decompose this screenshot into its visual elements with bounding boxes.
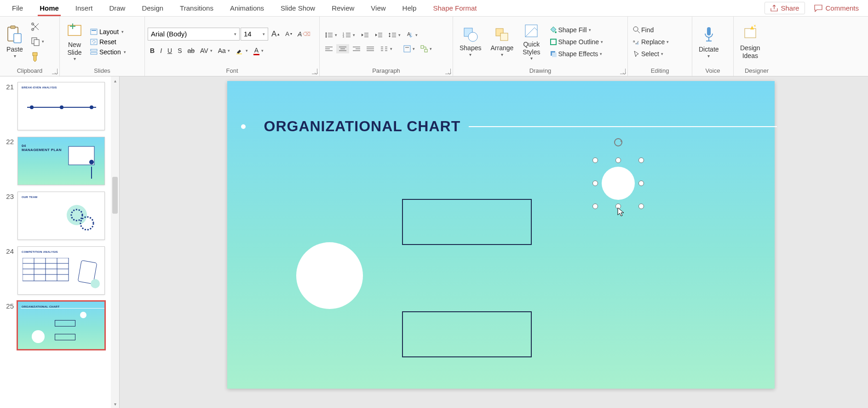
bullets-button[interactable]: ▾	[322, 30, 339, 40]
cut-button[interactable]	[29, 21, 46, 33]
menu-transitions[interactable]: Transitions	[172, 0, 222, 16]
smartart-button[interactable]: ▾	[418, 44, 434, 54]
drawing-launcher[interactable]	[620, 69, 626, 74]
svg-point-82	[60, 105, 63, 109]
group-designer: Design Ideas Designer	[734, 17, 780, 76]
shadow-button[interactable]: S	[175, 46, 184, 56]
font-name-select[interactable]: Arial (Body)▾	[148, 28, 240, 41]
menu-slideshow[interactable]: Slide Show	[272, 0, 323, 16]
slide-thumbnail-22[interactable]: 04 MANAGEMENT PLAN	[17, 137, 105, 185]
highlight-button[interactable]: ▾	[233, 45, 250, 56]
numbering-button[interactable]: 123▾	[340, 30, 357, 40]
share-button[interactable]: Share	[765, 2, 805, 14]
align-center-button[interactable]	[336, 44, 349, 53]
increase-indent-button[interactable]	[372, 30, 385, 40]
editor-area: 21 BREAK-EVEN ANALYSIS 22 04 MANAGEMENT …	[0, 76, 868, 408]
menu-shape-format[interactable]: Shape Format	[425, 0, 485, 16]
rotate-handle[interactable]	[613, 137, 623, 147]
thumbnail-scrollbar[interactable]: ▴ ▾	[111, 76, 119, 408]
resize-handle-n[interactable]	[615, 157, 621, 163]
new-slide-button[interactable]: New Slide ▾	[63, 21, 86, 64]
paste-button[interactable]: Paste ▾	[3, 23, 27, 60]
slide-title[interactable]: ORGANIZATIONAL CHART	[264, 118, 461, 135]
slide-thumbnail-25[interactable]: ORGANIZATIONAL CHART	[17, 301, 105, 350]
reset-button[interactable]: Reset	[88, 37, 128, 47]
align-right-button[interactable]	[350, 44, 363, 53]
char-spacing-button[interactable]: AV▾	[198, 46, 215, 56]
menu-draw[interactable]: Draw	[101, 0, 133, 16]
layout-button[interactable]: Layout▾	[88, 27, 128, 36]
menu-insert[interactable]: Insert	[67, 0, 101, 16]
shapes-button[interactable]: Shapes▾	[456, 25, 485, 59]
resize-handle-w[interactable]	[592, 181, 598, 186]
section-button[interactable]: Section▾	[88, 47, 128, 57]
resize-handle-e[interactable]	[638, 181, 644, 186]
new-slide-label: New Slide	[67, 41, 81, 57]
resize-handle-se[interactable]	[638, 204, 644, 209]
find-button[interactable]: Find	[631, 25, 656, 35]
columns-button[interactable]: ▾	[378, 44, 395, 53]
arrange-button[interactable]: Arrange▾	[487, 25, 517, 59]
scroll-handle[interactable]	[112, 177, 118, 214]
menu-file[interactable]: File	[4, 0, 31, 16]
paragraph-launcher[interactable]	[445, 69, 451, 74]
slide-canvas[interactable]: ORGANIZATIONAL CHART	[227, 81, 775, 389]
change-case-button[interactable]: Aa▾	[216, 46, 232, 56]
menu-animations[interactable]: Animations	[222, 0, 272, 16]
underline-button[interactable]: U	[165, 46, 174, 56]
text-direction-button[interactable]: A▾	[404, 30, 420, 40]
search-icon	[633, 26, 640, 34]
menu-home[interactable]: Home	[31, 0, 67, 16]
slide-thumbnail-21[interactable]: BREAK-EVEN ANALYSIS	[17, 82, 105, 130]
clipboard-launcher[interactable]	[52, 69, 57, 74]
design-ideas-button[interactable]: Design Ideas	[736, 22, 764, 62]
align-left-button[interactable]	[322, 44, 335, 53]
scroll-up-icon[interactable]: ▴	[111, 76, 119, 85]
resize-handle-nw[interactable]	[592, 157, 598, 163]
menu-view[interactable]: View	[362, 0, 394, 16]
group-editing: Find abReplace▾ Select▾ Editing	[628, 17, 692, 76]
decrease-indent-button[interactable]	[358, 30, 371, 40]
shape-outline-button[interactable]: Shape Outline▾	[547, 37, 605, 47]
shape-circle-small[interactable]	[602, 167, 635, 200]
justify-button[interactable]	[364, 44, 377, 53]
chevron-down-icon: ▾	[14, 53, 16, 58]
align-text-button[interactable]: ▾	[401, 44, 417, 54]
menu-help[interactable]: Help	[394, 0, 425, 16]
replace-button[interactable]: abReplace▾	[631, 37, 671, 47]
italic-button[interactable]: I	[158, 46, 164, 56]
comment-icon	[814, 5, 822, 12]
shape-circle-large[interactable]	[296, 242, 363, 309]
quick-styles-button[interactable]: Quick Styles▾	[519, 21, 544, 63]
format-painter-button[interactable]	[29, 50, 46, 63]
font-color-button[interactable]: A▾	[251, 45, 266, 57]
select-button[interactable]: Select▾	[631, 49, 666, 59]
effects-icon	[550, 50, 557, 58]
shape-rectangle-1[interactable]	[402, 199, 532, 245]
shape-effects-button[interactable]: Shape Effects▾	[547, 49, 605, 59]
justify-icon	[366, 46, 374, 52]
font-group-label: Font	[148, 65, 316, 76]
comments-button[interactable]: Comments	[809, 2, 864, 14]
slide-thumbnail-23[interactable]: OUR TEAM	[17, 192, 105, 240]
shape-fill-button[interactable]: Shape Fill▾	[547, 25, 605, 35]
slide-thumbnail-24[interactable]: COMPETITION ANALYSIS	[17, 246, 105, 295]
menu-design[interactable]: Design	[133, 0, 172, 16]
copy-button[interactable]: ▾	[29, 35, 46, 47]
strikethrough-button[interactable]: ab	[185, 46, 197, 56]
decrease-font-button[interactable]: A▾	[283, 29, 294, 39]
font-launcher[interactable]	[312, 69, 317, 74]
line-spacing-button[interactable]: ▾	[386, 30, 403, 40]
increase-font-button[interactable]: A▴	[269, 28, 282, 40]
font-size-select[interactable]: 14▾	[241, 28, 268, 41]
dictate-button[interactable]: Dictate▾	[695, 23, 723, 60]
resize-handle-ne[interactable]	[638, 157, 644, 163]
scroll-down-icon[interactable]: ▾	[111, 400, 119, 408]
menu-review[interactable]: Review	[323, 0, 362, 16]
resize-handle-sw[interactable]	[592, 204, 598, 209]
clear-formatting-button[interactable]: A⌫	[295, 29, 313, 39]
bold-button[interactable]: B	[148, 46, 157, 56]
editing-group-label: Editing	[631, 65, 689, 76]
designer-group-label: Designer	[736, 65, 777, 76]
shape-rectangle-2[interactable]	[402, 311, 532, 357]
